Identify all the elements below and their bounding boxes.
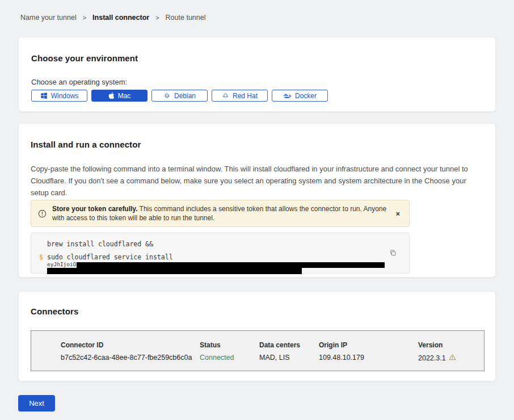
os-select-label: Choose an operating system: bbox=[31, 78, 483, 86]
install-command-codeblock[interactable]: brew install cloudflared && $ sudo cloud… bbox=[31, 233, 410, 274]
apple-logo-icon bbox=[108, 92, 115, 99]
os-button-label: Debian bbox=[174, 92, 196, 100]
column-header-data-centers: Data centers bbox=[259, 341, 319, 349]
token-redaction-bar bbox=[47, 268, 302, 274]
breadcrumb-step-install-connector[interactable]: Install connector bbox=[92, 14, 149, 22]
token-warning-text: Store your token carefully. This command… bbox=[52, 204, 387, 222]
version-column: Version 2022.3.1 bbox=[418, 341, 484, 371]
windows-logo-icon bbox=[40, 92, 48, 99]
os-button-label: Docker bbox=[295, 92, 317, 100]
column-header-origin-ip: Origin IP bbox=[319, 341, 418, 349]
data-centers-value: MAD, LIS bbox=[259, 354, 319, 362]
token-warning-bold: Store your token carefully. bbox=[52, 205, 138, 213]
connector-id-value: b7c52c42-6caa-48ee-8c77-fbe259cb6c0a bbox=[61, 354, 200, 362]
connectors-table: Connector ID b7c52c42-6caa-48ee-8c77-fbe… bbox=[31, 330, 484, 371]
install-connector-card: Install and run a connector Copy-paste t… bbox=[18, 123, 496, 278]
column-header-status: Status bbox=[200, 341, 259, 349]
token-warning-banner: Store your token carefully. This command… bbox=[31, 200, 410, 227]
close-icon[interactable]: × bbox=[393, 209, 402, 219]
connector-id-column: Connector ID b7c52c42-6caa-48ee-8c77-fbe… bbox=[61, 341, 200, 371]
environment-card: Choose your environment Choose an operat… bbox=[18, 37, 496, 112]
breadcrumb: Name your tunnel > Install connector > R… bbox=[0, 0, 514, 22]
breadcrumb-separator: > bbox=[155, 14, 159, 21]
column-header-connector-id: Connector ID bbox=[61, 341, 200, 349]
os-button-label: Windows bbox=[51, 92, 79, 100]
status-badge: Connected bbox=[200, 354, 259, 362]
os-button-redhat[interactable]: Red Hat bbox=[212, 90, 268, 102]
os-button-group: Windows Mac Debian Red Hat Docker bbox=[31, 90, 483, 102]
token-redaction-bar bbox=[77, 262, 385, 268]
redhat-logo-icon bbox=[222, 92, 229, 99]
docker-logo-icon bbox=[283, 93, 292, 99]
connectors-card-title: Connectors bbox=[31, 306, 483, 316]
code-line-service-install: sudo cloudflared service install bbox=[47, 253, 409, 261]
next-button[interactable]: Next bbox=[18, 395, 55, 411]
breadcrumb-step-name-tunnel[interactable]: Name your tunnel bbox=[20, 14, 77, 22]
info-circle-icon bbox=[38, 209, 47, 218]
column-header-version: Version bbox=[418, 341, 484, 349]
install-card-description: Copy-paste the following command into a … bbox=[31, 163, 486, 199]
shell-prompt: $ bbox=[39, 253, 43, 261]
os-button-label: Mac bbox=[118, 92, 131, 100]
origin-ip-column: Origin IP 109.48.10.179 bbox=[319, 341, 418, 371]
data-centers-column: Data centers MAD, LIS bbox=[259, 341, 319, 371]
install-card-title: Install and run a connector bbox=[31, 140, 483, 149]
copy-icon[interactable] bbox=[389, 249, 397, 258]
environment-card-title: Choose your environment bbox=[31, 53, 483, 63]
code-line-brew: brew install cloudflared && bbox=[47, 240, 409, 248]
status-column: Status Connected bbox=[200, 341, 259, 371]
breadcrumb-step-route-tunnel[interactable]: Route tunnel bbox=[166, 14, 206, 22]
os-button-mac[interactable]: Mac bbox=[91, 90, 148, 102]
os-button-windows[interactable]: Windows bbox=[31, 90, 87, 102]
os-button-label: Red Hat bbox=[233, 92, 258, 100]
warning-triangle-icon bbox=[449, 354, 456, 362]
code-line-token: eyJhIjoiO bbox=[47, 262, 409, 274]
version-value: 2022.3.1 bbox=[418, 354, 484, 362]
origin-ip-value: 109.48.10.179 bbox=[319, 354, 418, 362]
os-button-debian[interactable]: Debian bbox=[151, 90, 208, 102]
breadcrumb-separator: > bbox=[83, 14, 86, 21]
os-button-docker[interactable]: Docker bbox=[272, 90, 328, 102]
debian-logo-icon bbox=[163, 92, 171, 99]
connectors-card: Connectors Connector ID b7c52c42-6caa-48… bbox=[18, 291, 496, 381]
